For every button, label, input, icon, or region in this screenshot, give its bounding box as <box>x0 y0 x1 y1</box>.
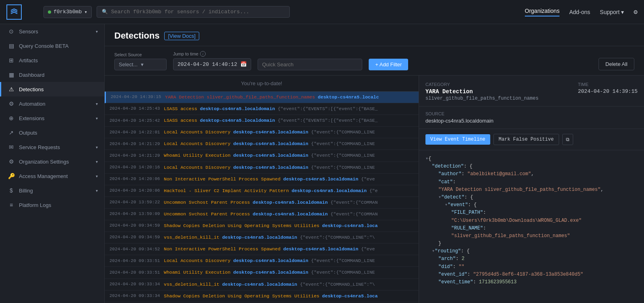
det-type: HackTool - Sliver C2 Implant Activity Pa… <box>164 188 289 193</box>
det-extra: {"event":{"COMMAND_LINE <box>308 141 375 146</box>
jump-to-time-group: Jump to time i 2024-04-20 14:40:12 📅 <box>173 51 251 70</box>
org-selector[interactable]: f0rk3b0mb ▾ <box>43 6 92 18</box>
det-extra: {"event":{"EVENTS":[{"event":{"BASE_ <box>275 118 378 123</box>
sidebar-item-extensions[interactable]: ⊕ Extensions ▾ <box>0 111 104 125</box>
table-row[interactable]: 2024-04-20 14:25:42 LSASS access desktop… <box>105 115 419 127</box>
table-row[interactable]: 2024-04-20 14:22:01 Local Accounts Disco… <box>105 127 419 138</box>
detection-list: You're up-to-date! 2024-04-20 14:39:15 Y… <box>105 76 419 303</box>
nav-organizations[interactable]: Organizations <box>525 8 559 16</box>
mark-false-positive-button[interactable]: Mark False Positive <box>493 134 559 145</box>
det-content: Local Accounts Discovery desktop-cs4nra5… <box>164 141 414 147</box>
det-hostname: desktop-cs4nra5.localdomain <box>231 153 308 158</box>
det-extra: {"event":{"COMMAND_LINE <box>308 153 375 158</box>
table-row[interactable]: 2024-04-20 09:34:52 Non Interactive Powe… <box>105 244 419 255</box>
det-timestamp: 2024-04-20 09:33:34 <box>109 293 164 299</box>
sidebar-item-artifacts[interactable]: ⊞ Artifacts <box>0 53 104 68</box>
det-content: Whoami Utility Execution desktop-cs4nra5… <box>164 152 414 159</box>
det-extra: {"event":{"EVENTS":[{"event":{"BASE_ <box>275 106 378 111</box>
table-row[interactable]: 2024-04-20 14:39:15 YARA Detection slive… <box>105 92 419 103</box>
table-row[interactable]: 2024-04-20 14:20:06 Non Interactive Powe… <box>105 174 419 185</box>
table-row[interactable]: 2024-04-20 09:33:34 Shadow Copies Deleti… <box>105 291 419 302</box>
table-row[interactable]: 2024-04-20 09:33:34 vss_deletion_kill_it… <box>105 279 419 291</box>
det-type: LSASS access <box>164 118 197 123</box>
sidebar-label-outputs: Outputs <box>19 130 98 136</box>
search-icon: 🔍 <box>102 9 108 15</box>
det-hostname: desktop-cs4nra5.localdomain <box>281 176 358 182</box>
sidebar-item-outputs[interactable]: ↗ Outputs <box>0 125 104 140</box>
chevron-down-icon: ▾ <box>141 61 144 68</box>
detail-source-section: Source desktop-cs4nra5.localdomain <box>419 106 644 129</box>
sidebar-item-automation[interactable]: ⚙ Automation ▾ <box>0 96 104 111</box>
table-row[interactable]: 2024-04-20 13:59:22 Uncommon Svchost Par… <box>105 197 419 209</box>
sidebar-label-dashboard: Dashboard <box>19 72 98 78</box>
det-content: Non Interactive PowerShell Process Spawn… <box>164 246 414 252</box>
delete-all-button[interactable]: Delete All <box>599 58 634 70</box>
logo-icon[interactable] <box>6 4 22 20</box>
table-row[interactable]: 2024-04-20 09:33:51 Local Accounts Disco… <box>105 255 419 267</box>
det-timestamp: 2024-04-20 09:34:52 <box>109 246 164 252</box>
sidebar-item-service-requests[interactable]: ✉ Service Requests ▾ <box>0 140 104 154</box>
table-row[interactable]: 2024-04-20 14:25:43 LSASS access desktop… <box>105 103 419 115</box>
billing-icon: $ <box>8 187 15 194</box>
detail-source-value: desktop-cs4nra5.localdomain <box>425 118 638 124</box>
nav-addons[interactable]: Add-ons <box>569 9 590 15</box>
det-type: Whoami Utility Execution <box>164 270 231 275</box>
sidebar: ⊙ Sensors ▾ ▤ Query Console BETA ⊞ Artif… <box>0 24 105 303</box>
copy-button[interactable]: ⧉ <box>562 134 573 145</box>
det-hostname: desktop-cs4nra5.localdomain <box>289 188 367 193</box>
quick-search-label <box>258 52 362 57</box>
det-content: vss_deletion_kill_it desktop-cs4nra5.loc… <box>164 234 414 241</box>
det-content: Local Accounts Discovery desktop-cs4nra5… <box>164 129 414 135</box>
detail-category-col: Category YARA Detection sliver_github_fi… <box>425 82 539 101</box>
calendar-icon[interactable]: 📅 <box>240 61 247 68</box>
detail-time-label: Time <box>578 82 638 87</box>
det-timestamp: 2024-04-20 13:59:09 <box>109 211 164 217</box>
det-hostname: desktop-cs4nra5.localdomain <box>250 200 328 205</box>
det-content: Local Accounts Discovery desktop-cs4nra5… <box>164 258 414 264</box>
table-row[interactable]: 2024-04-20 14:21:29 Local Accounts Disco… <box>105 138 419 150</box>
det-timestamp: 2024-04-20 09:34:59 <box>109 223 164 229</box>
det-hostname: desktop-cs4nra5.localdomain <box>197 118 275 123</box>
table-row[interactable]: 2024-04-20 14:21:29 Whoami Utility Execu… <box>105 150 419 162</box>
detail-header-cols: Category YARA Detection sliver_github_fi… <box>425 82 638 101</box>
select-source-dropdown[interactable]: Select... ▾ <box>114 59 167 70</box>
sidebar-item-billing[interactable]: $ Billing ▾ <box>0 183 104 198</box>
det-type: LSASS access <box>164 106 197 111</box>
sidebar-item-access-mgmt[interactable]: 🔑 Access Management ▾ <box>0 169 104 183</box>
det-content: HackTool - Sliver C2 Implant Activity Pa… <box>164 188 414 194</box>
det-timestamp: 2024-04-20 09:34:59 <box>109 234 164 240</box>
sidebar-item-sensors[interactable]: ⊙ Sensors ▾ <box>0 24 104 39</box>
settings-gear-icon[interactable]: ⚙ <box>634 8 638 16</box>
view-docs-link[interactable]: [View Docs] <box>164 32 199 40</box>
global-search-input[interactable] <box>111 9 285 15</box>
det-type: Shadow Copies Deletion Using Operating S… <box>164 223 319 228</box>
logo-area <box>6 4 39 20</box>
table-row[interactable]: 2024-04-20 14:20:16 Local Accounts Disco… <box>105 162 419 174</box>
detail-header: Category YARA Detection sliver_github_fi… <box>419 76 644 106</box>
sidebar-item-detections[interactable]: ⚠ Detections <box>0 82 104 96</box>
det-hostname: desktop-cs4nra5.loca <box>319 293 378 299</box>
sidebar-label-automation: Automation <box>19 101 92 107</box>
table-row[interactable]: 2024-04-20 09:34:59 vss_deletion_kill_it… <box>105 232 419 244</box>
table-row[interactable]: 2024-04-20 09:34:59 Shadow Copies Deleti… <box>105 220 419 232</box>
global-search-bar[interactable]: 🔍 <box>97 6 290 18</box>
nav-support[interactable]: Support ▾ <box>600 9 624 15</box>
sidebar-item-query-console[interactable]: ▤ Query Console BETA <box>0 39 104 53</box>
sidebar-label-platform-logs: Platform Logs <box>19 202 98 208</box>
quick-search-container[interactable] <box>258 59 362 70</box>
detail-source-label: Source <box>425 111 638 116</box>
quick-search-input[interactable] <box>262 61 358 68</box>
sidebar-item-org-settings[interactable]: ⚙ Organization Settings ▾ <box>0 154 104 169</box>
table-row[interactable]: 2024-04-20 13:59:09 Uncommon Svchost Par… <box>105 209 419 220</box>
view-timeline-button[interactable]: View Event Timeline <box>425 134 490 145</box>
sidebar-item-platform-logs[interactable]: ≡ Platform Logs <box>0 198 104 212</box>
det-type: Local Accounts Discovery <box>164 258 231 263</box>
chevron-icon: ▾ <box>96 160 98 164</box>
datetime-input[interactable]: 2024-04-20 14:40:12 📅 <box>173 58 251 70</box>
dashboard-icon: ▦ <box>8 72 15 78</box>
service-requests-icon: ✉ <box>8 144 15 150</box>
table-row[interactable]: 2024-04-20 09:33:51 Whoami Utility Execu… <box>105 267 419 278</box>
sidebar-item-dashboard[interactable]: ▦ Dashboard <box>0 68 104 82</box>
add-filter-button[interactable]: + Add Filter <box>369 59 408 70</box>
table-row[interactable]: 2024-04-20 14:20:06 HackTool - Sliver C2… <box>105 185 419 197</box>
